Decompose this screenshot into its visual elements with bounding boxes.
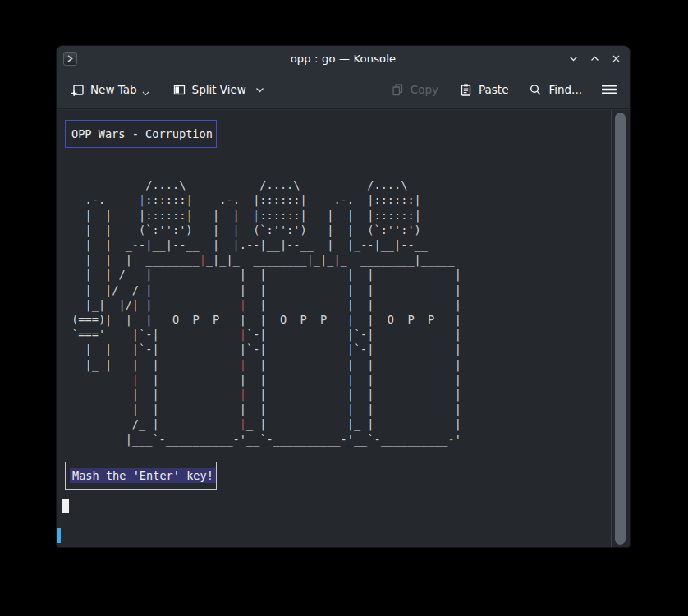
scrollbar-thumb[interactable] xyxy=(615,113,626,545)
prompt-box: Mash the 'Enter' key! xyxy=(65,462,217,490)
game-title-text: OPP Wars - Corruption xyxy=(71,127,213,140)
split-view-button[interactable]: Split View xyxy=(172,83,264,97)
desktop-background: opp : go — Konsole xyxy=(0,0,688,616)
find-button[interactable]: Find... xyxy=(529,83,582,97)
terminal-view[interactable]: OPP Wars - Corruption ____ ____ ____ /..… xyxy=(57,110,630,547)
copy-button[interactable]: Copy xyxy=(391,83,438,97)
game-title-box: OPP Wars - Corruption xyxy=(65,120,217,148)
scrollbar[interactable] xyxy=(611,110,630,547)
split-view-icon xyxy=(172,83,186,97)
toolbar: New Tab Split View xyxy=(57,71,630,109)
close-button[interactable] xyxy=(611,53,621,64)
paste-button[interactable]: Paste xyxy=(459,83,508,97)
chevron-up-icon xyxy=(589,53,600,64)
chevron-down-icon xyxy=(255,87,264,93)
ascii-art: ____ ____ ____ /....\ /....\ /....\ .-. … xyxy=(65,163,461,447)
close-icon xyxy=(611,53,621,64)
paste-label: Paste xyxy=(479,83,508,96)
new-tab-icon xyxy=(71,83,85,97)
prompt-text: Mash the 'Enter' key! xyxy=(70,468,216,483)
minimize-button[interactable] xyxy=(568,53,579,64)
window-title: opp : go — Konsole xyxy=(57,53,630,65)
split-view-label: Split View xyxy=(192,83,246,96)
copy-label: Copy xyxy=(411,83,438,96)
maximize-button[interactable] xyxy=(589,53,600,64)
konsole-app-icon xyxy=(63,52,77,66)
copy-icon xyxy=(391,83,405,97)
paste-icon xyxy=(459,83,473,97)
activity-indicator xyxy=(57,528,61,543)
find-label: Find... xyxy=(548,83,582,96)
terminal-cursor xyxy=(62,499,69,513)
search-icon xyxy=(529,83,543,97)
menu-button[interactable] xyxy=(601,83,618,96)
chevron-down-icon xyxy=(568,53,579,64)
titlebar[interactable]: opp : go — Konsole xyxy=(57,46,630,71)
chevron-down-icon xyxy=(142,91,149,96)
new-tab-label: New Tab xyxy=(90,83,137,96)
konsole-window: opp : go — Konsole xyxy=(56,45,631,548)
new-tab-button[interactable]: New Tab xyxy=(71,83,149,97)
hamburger-menu-icon xyxy=(601,83,618,96)
terminal-prompt-icon xyxy=(67,55,74,62)
